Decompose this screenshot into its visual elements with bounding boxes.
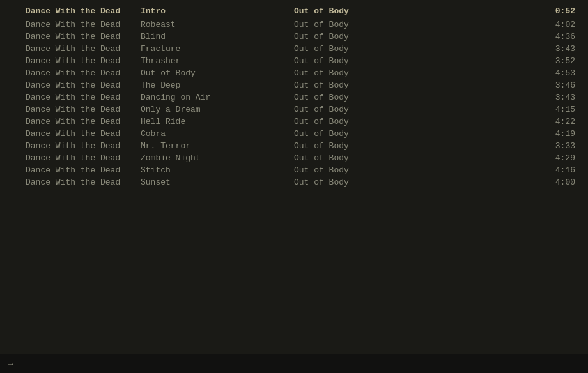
table-row[interactable]: Dance With the DeadThe DeepOut of Body3:… bbox=[0, 79, 588, 91]
track-title: Cobra bbox=[134, 129, 288, 139]
track-duration: 4:15 bbox=[537, 105, 588, 114]
track-artist: Dance With the Dead bbox=[0, 93, 134, 102]
table-row[interactable]: Dance With the DeadDancing on AirOut of … bbox=[0, 91, 588, 103]
track-title: Sunset bbox=[134, 178, 288, 187]
track-title: Zombie Night bbox=[134, 153, 288, 163]
track-duration: 4:22 bbox=[537, 117, 588, 126]
header-duration: 0:52 bbox=[537, 6, 588, 16]
track-album: Out of Body bbox=[288, 20, 537, 29]
track-album: Out of Body bbox=[288, 56, 537, 66]
table-row[interactable]: Dance With the DeadStitchOut of Body4:16 bbox=[0, 164, 588, 176]
track-title: Stitch bbox=[134, 165, 288, 175]
track-duration: 3:43 bbox=[537, 93, 588, 102]
track-title: Fracture bbox=[134, 44, 288, 54]
track-duration: 4:19 bbox=[537, 129, 588, 139]
track-title: Blind bbox=[134, 32, 288, 42]
table-row[interactable]: Dance With the DeadOnly a DreamOut of Bo… bbox=[0, 103, 588, 116]
track-duration: 4:02 bbox=[537, 20, 588, 29]
header-artist: Dance With the Dead bbox=[0, 6, 134, 16]
table-row[interactable]: Dance With the DeadBlindOut of Body4:36 bbox=[0, 31, 588, 43]
table-row[interactable]: Dance With the DeadHell RideOut of Body4… bbox=[0, 116, 588, 128]
table-row[interactable]: Dance With the DeadSunsetOut of Body4:00 bbox=[0, 176, 588, 188]
track-duration: 3:52 bbox=[537, 56, 588, 66]
track-artist: Dance With the Dead bbox=[0, 105, 134, 114]
track-artist: Dance With the Dead bbox=[0, 141, 134, 151]
header-album: Out of Body bbox=[288, 6, 537, 16]
track-album: Out of Body bbox=[288, 105, 537, 114]
track-list-header: Dance With the Dead Intro Out of Body 0:… bbox=[0, 5, 588, 17]
track-artist: Dance With the Dead bbox=[0, 56, 134, 66]
track-duration: 3:46 bbox=[537, 80, 588, 90]
track-album: Out of Body bbox=[288, 178, 537, 187]
track-artist: Dance With the Dead bbox=[0, 44, 134, 54]
track-title: Dancing on Air bbox=[134, 93, 288, 102]
track-album: Out of Body bbox=[288, 117, 537, 126]
table-row[interactable]: Dance With the DeadMr. TerrorOut of Body… bbox=[0, 140, 588, 152]
track-album: Out of Body bbox=[288, 165, 537, 175]
track-album: Out of Body bbox=[288, 32, 537, 42]
header-title: Intro bbox=[134, 6, 288, 16]
track-artist: Dance With the Dead bbox=[0, 80, 134, 90]
table-row[interactable]: Dance With the DeadZombie NightOut of Bo… bbox=[0, 152, 588, 164]
track-album: Out of Body bbox=[288, 153, 537, 163]
track-artist: Dance With the Dead bbox=[0, 117, 134, 126]
track-artist: Dance With the Dead bbox=[0, 32, 134, 42]
table-row[interactable]: Dance With the DeadThrasherOut of Body3:… bbox=[0, 55, 588, 67]
track-duration: 3:33 bbox=[537, 141, 588, 151]
track-title: Mr. Terror bbox=[134, 141, 288, 151]
track-title: The Deep bbox=[134, 80, 288, 90]
track-artist: Dance With the Dead bbox=[0, 129, 134, 139]
track-artist: Dance With the Dead bbox=[0, 178, 134, 187]
table-row[interactable]: Dance With the DeadCobraOut of Body4:19 bbox=[0, 128, 588, 140]
track-album: Out of Body bbox=[288, 44, 537, 54]
track-artist: Dance With the Dead bbox=[0, 165, 134, 175]
track-duration: 4:16 bbox=[537, 165, 588, 175]
track-duration: 4:29 bbox=[537, 153, 588, 163]
table-row[interactable]: Dance With the DeadFractureOut of Body3:… bbox=[0, 43, 588, 55]
track-duration: 4:53 bbox=[537, 68, 588, 78]
bottom-bar: → bbox=[0, 354, 588, 373]
track-artist: Dance With the Dead bbox=[0, 153, 134, 163]
track-title: Out of Body bbox=[134, 68, 288, 78]
track-album: Out of Body bbox=[288, 141, 537, 151]
table-row[interactable]: Dance With the DeadOut of BodyOut of Bod… bbox=[0, 67, 588, 79]
track-album: Out of Body bbox=[288, 68, 537, 78]
track-album: Out of Body bbox=[288, 129, 537, 139]
track-artist: Dance With the Dead bbox=[0, 68, 134, 78]
track-album: Out of Body bbox=[288, 93, 537, 102]
track-duration: 4:36 bbox=[537, 32, 588, 42]
track-album: Out of Body bbox=[288, 80, 537, 90]
table-row[interactable]: Dance With the DeadRobeastOut of Body4:0… bbox=[0, 19, 588, 31]
track-title: Only a Dream bbox=[134, 105, 288, 114]
arrow-icon: → bbox=[8, 359, 13, 369]
track-list: Dance With the Dead Intro Out of Body 0:… bbox=[0, 0, 588, 194]
track-title: Thrasher bbox=[134, 56, 288, 66]
track-title: Robeast bbox=[134, 20, 288, 29]
track-duration: 3:43 bbox=[537, 44, 588, 54]
track-artist: Dance With the Dead bbox=[0, 20, 134, 29]
track-duration: 4:00 bbox=[537, 178, 588, 187]
track-title: Hell Ride bbox=[134, 117, 288, 126]
